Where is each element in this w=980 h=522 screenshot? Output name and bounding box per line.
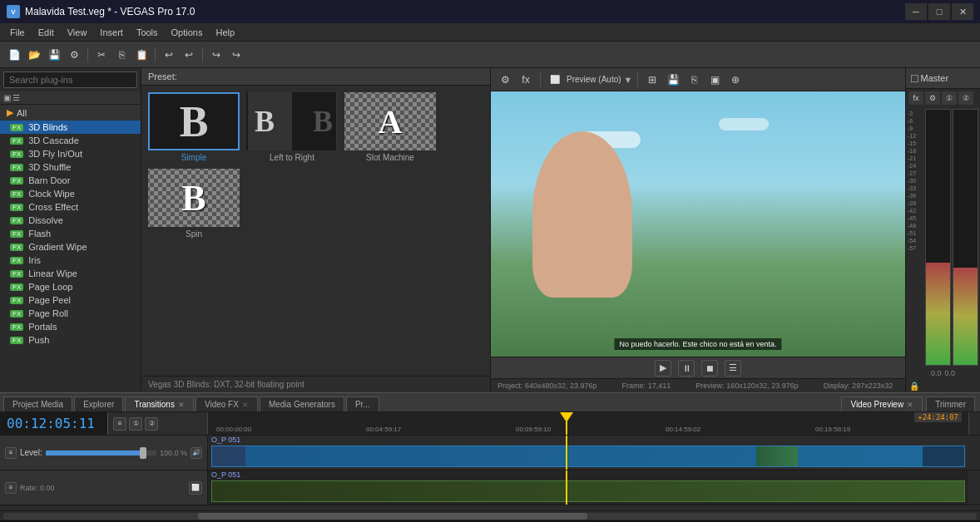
plugin-portals[interactable]: FX Portals <box>0 320 141 333</box>
tab-pr[interactable]: Pr... <box>346 396 379 411</box>
preset-simple[interactable]: B Simple <box>148 92 240 162</box>
plugin-iris[interactable]: FX Iris <box>0 254 141 267</box>
plugin-3d-blinds[interactable]: FX 3D Blinds <box>0 121 141 134</box>
plugin-label: 3D Cascade <box>28 135 79 145</box>
plugin-linear-wipe[interactable]: FX Linear Wipe <box>0 267 141 280</box>
preset-spin[interactable]: B Spin <box>148 169 240 239</box>
maximize-button[interactable]: □ <box>928 3 950 20</box>
search-box <box>0 68 141 91</box>
tab-media-generators[interactable]: Media Generators <box>260 396 344 411</box>
plugin-3d-fly[interactable]: FX 3D Fly In/Out <box>0 147 141 160</box>
expand-icon[interactable]: ☰ <box>12 93 20 102</box>
menu-edit[interactable]: Edit <box>32 26 61 39</box>
collapse-icon[interactable]: ▣ <box>3 93 11 102</box>
menu-button[interactable]: ☰ <box>725 360 741 377</box>
track-menu-btn[interactable]: ≡ <box>5 447 17 459</box>
save-button[interactable]: 💾 <box>45 46 63 64</box>
plugin-barn-door[interactable]: FX Barn Door <box>0 174 141 187</box>
preview-grid-button[interactable]: ⊞ <box>643 71 661 89</box>
plugin-3d-cascade[interactable]: FX 3D Cascade <box>0 134 141 147</box>
undo-button[interactable]: ↩ <box>160 46 178 64</box>
preview-fx-button[interactable]: fx <box>517 71 535 89</box>
track-mute-btn[interactable]: 🔊 <box>191 447 202 459</box>
preset-ltr[interactable]: B B Left to Right <box>246 92 338 162</box>
plugin-3d-shuffle[interactable]: FX 3D Shuffle <box>0 160 141 174</box>
level-handle[interactable] <box>140 447 146 459</box>
cut-button[interactable]: ✂ <box>92 46 111 64</box>
tl-ctrl-3[interactable]: ② <box>145 417 158 431</box>
audio-clip[interactable] <box>211 480 965 502</box>
tab-video-fx-close[interactable]: ✕ <box>242 401 249 409</box>
play-button[interactable]: ▶ <box>655 360 671 377</box>
menu-tools[interactable]: Tools <box>130 26 165 39</box>
master-gear-button[interactable]: ⚙ <box>925 91 940 105</box>
playhead-video-track <box>566 436 567 470</box>
tab-transitions[interactable]: Transitions ✕ <box>125 396 194 411</box>
properties-button[interactable]: ⚙ <box>65 46 83 64</box>
new-button[interactable]: 📄 <box>5 46 23 64</box>
stop-button[interactable]: ⏹ <box>701 360 718 377</box>
tree-all-item[interactable]: ▶ All <box>0 105 141 121</box>
preset-b-letter: B <box>180 97 209 146</box>
plugin-cross-effect[interactable]: FX Cross Effect <box>0 200 141 214</box>
menu-view[interactable]: View <box>61 26 94 39</box>
tab-project-media[interactable]: Project Media <box>3 396 72 411</box>
track-level-value: 100.0 % <box>160 449 187 457</box>
plugin-label: 3D Fly In/Out <box>28 149 82 159</box>
preview-zoom-button[interactable]: ⊕ <box>726 71 745 89</box>
tab-transitions-close[interactable]: ✕ <box>178 401 185 409</box>
preview-mode-button[interactable]: ⬜ <box>546 71 564 89</box>
tab-video-preview-close[interactable]: ✕ <box>907 401 913 409</box>
menu-help[interactable]: Help <box>209 26 241 39</box>
copy-button[interactable]: ⎘ <box>112 46 131 64</box>
master-fx-button[interactable]: fx <box>908 91 923 105</box>
plugin-push[interactable]: FX Push <box>0 333 141 347</box>
open-button[interactable]: 📂 <box>25 46 43 64</box>
close-button[interactable]: ✕ <box>952 3 973 20</box>
level-slider-video[interactable] <box>46 451 156 456</box>
preview-settings-button[interactable]: ⚙ <box>496 71 514 89</box>
tl-ctrl-1[interactable]: ≡ <box>113 417 126 431</box>
plugin-flash[interactable]: FX Flash <box>0 227 141 240</box>
timeline-scrollbar-corner <box>968 412 980 435</box>
minimize-button[interactable]: ─ <box>905 3 927 20</box>
tab-explorer[interactable]: Explorer <box>74 396 123 411</box>
track-scrollbar-a[interactable] <box>968 470 980 505</box>
video-clip[interactable] <box>211 446 965 467</box>
menu-insert[interactable]: Insert <box>93 26 130 39</box>
menu-file[interactable]: File <box>3 26 32 39</box>
plugin-page-loop[interactable]: FX Page Loop <box>0 280 141 293</box>
plugin-gradient-wipe[interactable]: FX Gradient Wipe <box>0 240 141 254</box>
pause-button[interactable]: ⏸ <box>678 360 695 377</box>
preview-playback-controls: ▶ ⏸ ⏹ ☰ <box>491 357 905 378</box>
plugin-clock-wipe[interactable]: FX Clock Wipe <box>0 187 141 200</box>
tab-trimmer[interactable]: Trimmer <box>926 396 975 411</box>
track-scrollbar-v[interactable] <box>968 436 980 470</box>
master-v1-button[interactable]: ① <box>942 91 957 105</box>
plugin-dissolve[interactable]: FX Dissolve <box>0 214 141 227</box>
plugin-page-peel[interactable]: FX Page Peel <box>0 293 141 307</box>
preview-extra-button[interactable]: ▣ <box>705 71 724 89</box>
preview-save-button[interactable]: 💾 <box>664 71 682 89</box>
preset-slot[interactable]: A Slot Machine <box>344 92 436 162</box>
track-menu-btn-audio[interactable]: ≡ <box>5 482 17 494</box>
tab-transitions-label: Transitions <box>134 400 175 409</box>
preview-copy-button[interactable]: ⎘ <box>685 71 703 89</box>
plugin-page-roll[interactable]: FX Page Roll <box>0 307 141 320</box>
menu-options[interactable]: Options <box>165 26 210 39</box>
paste-button[interactable]: 📋 <box>132 46 151 64</box>
master-v2-button[interactable]: ② <box>958 91 973 105</box>
tl-ctrl-2[interactable]: ① <box>129 417 142 431</box>
timeline-hscrollbar[interactable] <box>0 510 980 520</box>
plugin-label: Portals <box>28 322 57 332</box>
undo2-button[interactable]: ↩ <box>180 46 198 64</box>
search-input[interactable] <box>3 71 137 88</box>
tab-video-fx[interactable]: Video FX ✕ <box>196 396 258 411</box>
hscroll-thumb[interactable] <box>198 513 587 520</box>
title-bar: V Malavida Test.veg * - VEGAS Pro 17.0 ─… <box>0 0 980 23</box>
track-audio-mute[interactable]: ⬜ <box>189 481 202 495</box>
redo2-button[interactable]: ↪ <box>227 46 245 64</box>
preview-dropdown-icon[interactable]: ▼ <box>624 75 633 85</box>
tab-video-preview[interactable]: Video Preview ✕ <box>841 396 923 411</box>
redo-button[interactable]: ↪ <box>207 46 225 64</box>
